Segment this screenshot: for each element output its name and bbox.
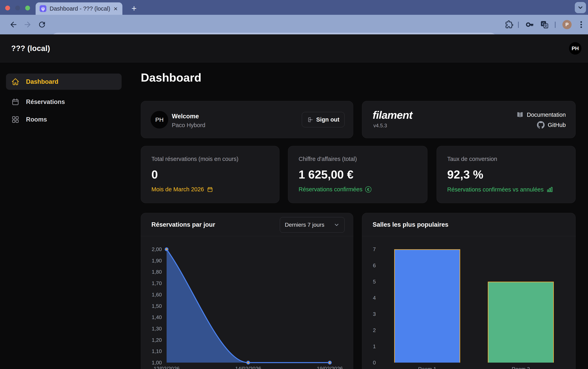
github-label: GitHub	[548, 122, 566, 128]
user-avatar[interactable]: PH	[569, 42, 581, 55]
reload-icon[interactable]	[38, 20, 46, 29]
stat-description-text: Réservations confirmées vs annulées	[447, 186, 544, 193]
window-minimize-button[interactable]	[15, 6, 20, 10]
data-point[interactable]	[247, 361, 250, 364]
sign-out-label: Sign out	[316, 116, 339, 123]
screen: { "browser": { "tab_title": "Dashboard -…	[0, 0, 588, 369]
grid-icon	[11, 115, 20, 124]
y-axis-tick-label: 0	[362, 360, 376, 366]
back-icon[interactable]	[9, 20, 18, 29]
stat-label: Total réservations (mois en cours)	[151, 156, 238, 162]
browser-menu-kebab-icon[interactable]	[577, 20, 586, 29]
sidebar-item-label: Rooms	[26, 116, 47, 123]
bar-chart-card: Salles les plus populaires 76543210Room …	[362, 213, 576, 369]
toolbar-separator	[518, 21, 519, 28]
bar-room-1[interactable]	[394, 249, 460, 363]
home-icon	[11, 78, 20, 86]
bar-chart-icon	[546, 186, 553, 193]
sidebar-item-rooms[interactable]: Rooms	[6, 111, 122, 128]
sidebar-item-dashboard[interactable]: Dashboard	[6, 73, 122, 90]
calendar-icon	[11, 98, 20, 106]
translate-icon[interactable]: G 文	[540, 20, 549, 29]
documentation-label: Documentation	[527, 112, 566, 118]
app-body: Dashboard Réservations Rooms Dashboard P…	[0, 62, 588, 369]
browser-tab-strip: ψ Dashboard - ??? (local) × +	[0, 0, 588, 15]
calendar-icon	[207, 186, 213, 193]
app-topbar: ??? (local) PH	[0, 34, 588, 62]
x-axis-tick-label: 12/02/2026	[145, 366, 189, 369]
tab-close-icon[interactable]: ×	[113, 5, 118, 12]
y-axis-tick-label: 3	[362, 311, 376, 317]
user-name: Paco Hybord	[172, 122, 205, 129]
stat-value: 1 625,00 €	[299, 168, 353, 181]
sign-out-button[interactable]: Sign out	[302, 112, 345, 127]
x-axis-tick-label: 14/02/2026	[226, 366, 270, 369]
stat-description: Réservations confirmées €	[299, 186, 371, 193]
euro-circle-icon: €	[365, 186, 371, 193]
welcome-greeting: Welcome	[172, 113, 199, 120]
filament-card: filament v4.5.3 Documentation GitHub	[362, 101, 576, 138]
x-axis-tick-label: 19/02/2026	[308, 366, 352, 369]
page-title: Dashboard	[141, 71, 201, 84]
stat-card-conversion: Taux de conversion 92,3 % Réservations c…	[437, 146, 576, 203]
line-chart-plot[interactable]: 2,001,901,801,701,601,501,401,301,201,10…	[141, 213, 353, 369]
password-key-icon[interactable]	[525, 20, 534, 29]
new-tab-button[interactable]: +	[130, 4, 138, 13]
x-axis-tick-label: Room 2	[499, 366, 543, 369]
window-maximize-button[interactable]	[25, 6, 30, 10]
book-open-icon	[516, 111, 524, 118]
data-point[interactable]	[165, 248, 168, 251]
stat-description-text: Mois de March 2026	[151, 186, 204, 193]
documentation-link[interactable]: Documentation	[516, 111, 566, 118]
extensions-icon[interactable]	[505, 20, 514, 29]
stat-card-total-reservations: Total réservations (mois en cours) 0 Moi…	[141, 146, 279, 203]
y-axis-tick-label: 4	[362, 295, 376, 301]
welcome-card: PH Welcome Paco Hybord Sign out	[141, 101, 353, 138]
sidebar-item-reservations[interactable]: Réservations	[6, 94, 122, 110]
browser-profile-avatar[interactable]: P	[562, 20, 572, 29]
stat-description: Réservations confirmées vs annulées	[447, 186, 553, 193]
browser-tab[interactable]: ψ Dashboard - ??? (local) ×	[36, 2, 122, 15]
stat-description-text: Réservations confirmées	[299, 186, 362, 193]
y-axis-tick-label: 1	[362, 343, 376, 350]
filament-logo: filament	[373, 109, 412, 121]
stat-value: 92,3 %	[447, 168, 483, 181]
logout-icon	[307, 117, 313, 123]
y-axis-tick-label: 7	[362, 246, 376, 252]
filament-favicon-icon: ψ	[40, 5, 46, 12]
x-axis-tick-label: Room 1	[405, 366, 449, 369]
sidebar-item-label: Dashboard	[26, 78, 58, 85]
sidebar-item-label: Réservations	[26, 98, 65, 105]
area-fill	[167, 249, 330, 363]
toolbar-separator	[555, 21, 556, 28]
stat-label: Chiffre d'affaires (total)	[299, 156, 357, 162]
y-axis-tick-label: 6	[362, 262, 376, 269]
filament-version: v4.5.3	[373, 123, 387, 129]
tab-title: Dashboard - ??? (local)	[50, 5, 113, 12]
chevron-down-icon	[577, 4, 584, 11]
window-close-button[interactable]	[5, 6, 10, 10]
y-axis-tick-label: 2	[362, 327, 376, 333]
stat-description: Mois de March 2026	[151, 186, 213, 193]
forward-icon[interactable]	[23, 20, 32, 29]
stat-label: Taux de conversion	[447, 156, 497, 162]
svg-text:文: 文	[544, 24, 548, 28]
avatar: PH	[151, 111, 168, 129]
tab-search-button[interactable]	[575, 2, 586, 13]
data-point[interactable]	[328, 361, 331, 364]
y-axis-tick-label: 5	[362, 279, 376, 285]
stat-value: 0	[151, 168, 158, 181]
github-link[interactable]: GitHub	[537, 121, 566, 129]
bar-room-2[interactable]	[488, 282, 554, 363]
brand-name[interactable]: ??? (local)	[11, 34, 50, 62]
stat-card-revenue: Chiffre d'affaires (total) 1 625,00 € Ré…	[288, 146, 427, 203]
line-chart-card: Réservations par jour Derniers 7 jours 2…	[141, 213, 353, 369]
bar-chart-plot[interactable]: 76543210Room 1Room 2	[362, 213, 576, 369]
github-icon	[537, 121, 545, 129]
browser-toolbar: localhost/admin G 文 P	[0, 15, 588, 34]
line-area-chart[interactable]	[141, 213, 353, 369]
